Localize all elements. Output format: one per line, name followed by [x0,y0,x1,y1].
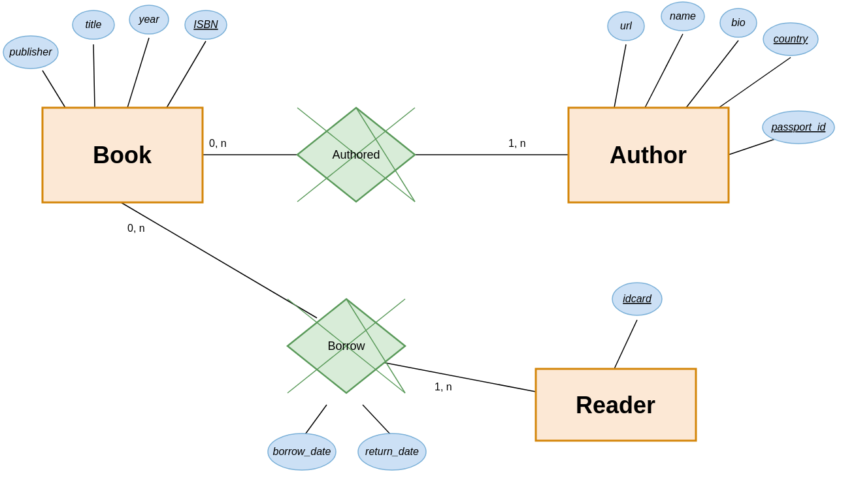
passportid-attr-label: passport_id [771,121,827,133]
borrow-relation-label: Borrow [327,339,365,353]
year-attr-label: year [138,14,159,25]
cardinality-book-borrow: 0, n [127,223,145,234]
cardinality-book-authored: 0, n [209,138,227,149]
book-isbn-line [167,41,206,108]
book-year-line [127,38,149,108]
borrow-returndate-line [363,405,392,436]
author-name-line [645,34,683,108]
er-diagram: Book Author Reader Authored Borrow publi… [0,0,856,504]
cardinality-borrow-reader: 1, n [435,381,452,392]
bio-attr-label: bio [731,17,745,28]
author-url-line [614,44,626,108]
reader-entity-label: Reader [576,392,655,418]
country-attr-label: country [774,33,808,44]
borrow-reader-line [376,361,536,392]
publisher-attr-label: publisher [9,46,53,57]
author-bio-line [686,40,738,108]
borrowdate-attr-label: borrow_date [273,446,331,457]
authored-relation-label: Authored [332,148,380,161]
cardinality-authored-author: 1, n [508,138,526,149]
book-title-line [93,44,95,108]
author-country-line [719,57,791,108]
book-borrow-line [121,202,317,318]
title-attr-label: title [86,19,102,30]
name-attr-label: name [670,10,696,22]
url-attr-label: url [620,20,632,31]
author-entity-label: Author [610,142,687,168]
reader-idcard-line [614,320,637,369]
isbn-attr-label: ISBN [193,19,218,30]
book-entity-label: Book [93,142,152,168]
borrow-borrowdate-line [304,405,327,436]
returndate-attr-label: return_date [365,446,419,457]
idcard-attr-label: idcard [623,293,652,304]
book-publisher-line [42,71,65,108]
